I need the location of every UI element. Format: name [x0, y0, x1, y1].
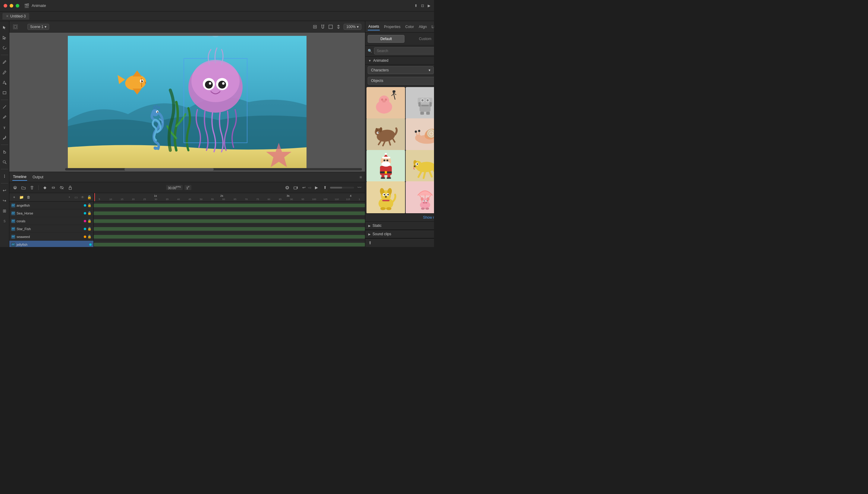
- show-next-btn[interactable]: Show next ↓: [365, 213, 434, 222]
- svg-point-2: [5, 83, 6, 84]
- asset-thumb-pig-ninja[interactable]: [367, 87, 405, 119]
- search-input[interactable]: [374, 47, 434, 55]
- sound-clips-section-header[interactable]: ▶ Sound clips: [365, 230, 434, 238]
- delete-frame-btn[interactable]: 🗑: [25, 194, 32, 200]
- add-layer-btn[interactable]: [12, 184, 18, 191]
- asset-thumb-dog-running[interactable]: [406, 150, 434, 182]
- camera-btn[interactable]: [292, 184, 299, 191]
- playhead[interactable]: [94, 193, 95, 201]
- timeline-tab-output[interactable]: Output: [32, 174, 44, 180]
- svg-point-132: [425, 202, 427, 204]
- svg-marker-1: [3, 36, 6, 39]
- select-tool[interactable]: [0, 23, 9, 32]
- layer-row-jellyfish[interactable]: jellyfish: [10, 241, 93, 247]
- subselect-tool[interactable]: [0, 33, 9, 42]
- upload-icon[interactable]: ⬆: [368, 240, 372, 245]
- tab-properties[interactable]: Properties: [383, 23, 401, 30]
- layer-row-seaweed[interactable]: seaweed 🔒: [10, 233, 93, 241]
- paint-brush-tool[interactable]: [0, 133, 9, 142]
- more-tools[interactable]: [0, 172, 9, 181]
- close-button[interactable]: [4, 4, 7, 7]
- layer-row-angelfish[interactable]: angelfish 🔒: [10, 202, 93, 209]
- titlebar: 🎬 Animate ⬆ ⊡ ▶: [0, 0, 434, 12]
- window-expand-icon[interactable]: ⊡: [421, 4, 424, 8]
- asset-thumb-dog-sitting[interactable]: [367, 181, 405, 213]
- layer-dot-angelfish: [84, 204, 86, 207]
- svg-line-5: [3, 117, 4, 119]
- zoom-tool[interactable]: [0, 157, 9, 167]
- play-btn[interactable]: ▶: [313, 184, 320, 191]
- onion-skin-btn[interactable]: [284, 184, 291, 191]
- characters-arrow: ▾: [429, 68, 430, 72]
- keyframe-btn[interactable]: ◆: [42, 184, 48, 191]
- add-folder-btn[interactable]: [20, 184, 27, 191]
- canvas-frame: [68, 36, 307, 168]
- pen-tool[interactable]: [0, 58, 9, 66]
- tab-close-icon[interactable]: ✕: [6, 15, 8, 18]
- lasso-tool[interactable]: [0, 43, 9, 52]
- paint-bucket-tool[interactable]: [0, 78, 9, 87]
- tab-align[interactable]: Align: [418, 23, 427, 30]
- text-tool[interactable]: T: [0, 123, 9, 132]
- layer-lock-angelfish: 🔒: [87, 203, 92, 207]
- svg-point-142: [426, 208, 429, 210]
- asset-thumb-snail[interactable]: ✕: [406, 118, 434, 151]
- layer-row-seahorse[interactable]: Sea_Horse 🔒: [10, 209, 93, 217]
- magnet-icon[interactable]: [320, 24, 326, 30]
- share-icon[interactable]: ⬆: [414, 4, 418, 8]
- svg-point-108: [414, 166, 415, 167]
- maximize-button[interactable]: [16, 4, 19, 7]
- eyedropper-tool[interactable]: [0, 113, 9, 122]
- scene-dropdown[interactable]: Scene 1 ▾: [27, 24, 49, 30]
- layer-row-starfish[interactable]: Star_Fish 🔒: [10, 225, 93, 233]
- asset-thumb-pig-parachute[interactable]: [406, 181, 434, 213]
- animated-section: ▼ Animated Characters ▾ Objects ▾: [365, 57, 434, 222]
- ruler-num-55: 55: [207, 194, 218, 201]
- lock-layers-btn[interactable]: [67, 184, 74, 191]
- asset-thumb-santa[interactable]: [367, 150, 405, 182]
- svg-point-27: [222, 82, 224, 84]
- objects-dropdown[interactable]: Objects ▾: [368, 77, 434, 84]
- pencil-tool[interactable]: [0, 68, 9, 77]
- layer-icon-corals: [11, 219, 15, 223]
- redo-icon[interactable]: ↪: [0, 196, 9, 205]
- delete-layer-btn[interactable]: [29, 184, 35, 191]
- motion-path-btn[interactable]: [50, 184, 57, 191]
- hide-layers-btn[interactable]: [58, 184, 65, 191]
- undo-tl-btn[interactable]: ↩: [301, 184, 308, 191]
- characters-dropdown[interactable]: Characters ▾: [368, 66, 434, 74]
- svg-point-131: [423, 202, 425, 204]
- tab-assets[interactable]: Assets: [368, 23, 380, 31]
- export-btn[interactable]: ⬆: [321, 184, 328, 191]
- asset-thumb-wolf[interactable]: [367, 118, 405, 151]
- zoom-control[interactable]: 100% ▾: [344, 24, 362, 30]
- rectangle-tool[interactable]: [0, 88, 9, 97]
- waveform-btn[interactable]: 〰: [356, 184, 363, 191]
- add-frame-btn[interactable]: +: [11, 194, 17, 200]
- line-tool[interactable]: [0, 102, 9, 111]
- grid-view-icon[interactable]: ⊞: [0, 206, 9, 215]
- minimize-button[interactable]: [10, 4, 13, 7]
- play-icon[interactable]: ▶: [428, 4, 430, 8]
- timeline-tab-timeline[interactable]: Timeline: [12, 173, 27, 181]
- asset-thumb-robot[interactable]: [406, 87, 434, 119]
- hand-tool[interactable]: [0, 147, 9, 156]
- custom-btn[interactable]: Custom: [407, 35, 434, 42]
- animated-section-header[interactable]: ▼ Animated: [365, 57, 434, 65]
- layer-row-corals[interactable]: corals 🔒: [10, 217, 93, 225]
- svg-rect-125: [382, 200, 389, 202]
- static-section-header[interactable]: ▶ Static: [365, 222, 434, 230]
- ruler-num-80: 80: [263, 194, 275, 201]
- up-down-icon[interactable]: [336, 24, 341, 30]
- file-tab[interactable]: ✕ Untitled-3: [2, 13, 29, 20]
- transform-icon[interactable]: [328, 24, 333, 30]
- undo-icon[interactable]: ↩: [0, 186, 9, 195]
- default-btn[interactable]: Default: [368, 35, 404, 43]
- snap-icon[interactable]: [312, 24, 318, 30]
- tab-color[interactable]: Color: [405, 23, 415, 30]
- layer-icon-seaweed: [11, 235, 15, 239]
- timeline-collapse-icon[interactable]: ≡: [359, 175, 362, 179]
- tab-library[interactable]: Library: [431, 23, 434, 30]
- add-folder-layer-btn[interactable]: 📁: [18, 194, 24, 200]
- layer-icon-jellyfish: [11, 243, 15, 247]
